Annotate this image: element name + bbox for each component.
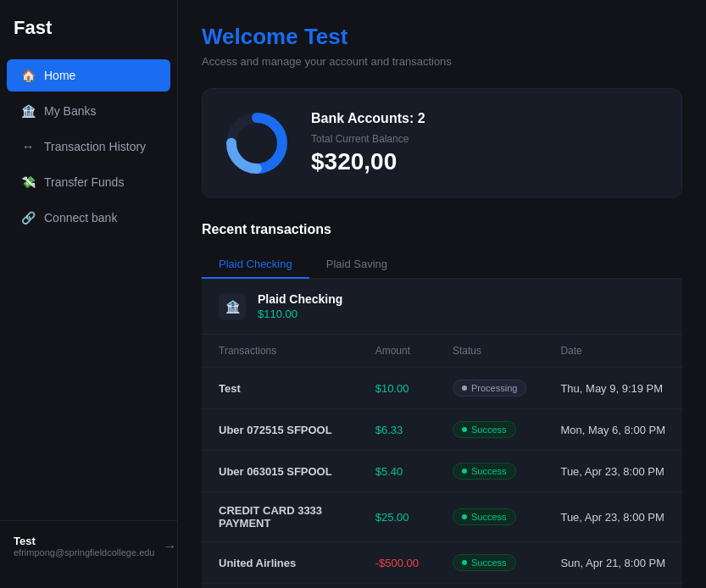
footer-user-name: Test bbox=[14, 535, 155, 547]
connect-icon: 🔗 bbox=[20, 210, 36, 225]
col-transactions: Transactions bbox=[202, 335, 359, 368]
sidebar-item-transfer-funds-label: Transfer Funds bbox=[44, 175, 124, 189]
tx-amount: $5.40 bbox=[359, 451, 436, 492]
recent-transactions-section: Recent transactions Plaid Checking Plaid… bbox=[202, 222, 682, 588]
transactions-tbody: Test $10.00 Processing Thu, May 9, 9:19 … bbox=[202, 368, 682, 589]
logout-button[interactable]: → bbox=[164, 539, 177, 554]
sidebar-item-home[interactable]: 🏠 Home bbox=[7, 59, 170, 92]
bank-accounts-info: Bank Accounts: 2 Total Current Balance $… bbox=[311, 111, 425, 175]
col-status: Status bbox=[436, 335, 543, 368]
account-name: Plaid Checking bbox=[258, 292, 342, 306]
sidebar-footer: Test efrimpong@springfieldcollege.edu → bbox=[0, 520, 177, 571]
welcome-title: Welcome Test bbox=[202, 24, 682, 50]
tab-plaid-checking[interactable]: Plaid Checking bbox=[202, 251, 309, 279]
home-icon: 🏠 bbox=[20, 68, 36, 83]
col-amount: Amount bbox=[359, 335, 436, 368]
table-row: CREDIT CARD 3333 PAYMENT $25.00 Success … bbox=[202, 492, 682, 542]
tx-date: Mon, May 6, 8:00 PM bbox=[543, 409, 682, 451]
sidebar-item-transfer-funds[interactable]: 💸 Transfer Funds bbox=[7, 166, 170, 198]
tx-status: Success bbox=[436, 492, 543, 542]
tx-name: United Airlines bbox=[202, 542, 359, 584]
tx-status: Success bbox=[436, 584, 543, 589]
tx-amount: -$500.00 bbox=[359, 542, 436, 584]
tx-status: Success bbox=[436, 542, 543, 584]
tx-date: Sun, Apr 21, 8:00 PM bbox=[543, 542, 682, 584]
footer-user-email: efrimpong@springfieldcollege.edu bbox=[14, 547, 155, 557]
account-icon: 🏦 bbox=[219, 293, 246, 320]
tx-status: Success bbox=[436, 451, 543, 492]
table-row: McDonalds $12.00 Success Sat, Apr 20, 8:… bbox=[202, 584, 682, 589]
welcome-name: Test bbox=[304, 24, 348, 49]
table-row: Uber 063015 SFPOOL $5.40 Success Tue, Ap… bbox=[202, 451, 682, 492]
table-header-row: Transactions Amount Status Date bbox=[202, 335, 682, 368]
tx-amount: $6.33 bbox=[359, 409, 436, 451]
sidebar-item-transaction-history[interactable]: ↔ Transaction History bbox=[7, 130, 170, 163]
account-details: Plaid Checking $110.00 bbox=[258, 292, 342, 320]
sidebar-item-connect-bank[interactable]: 🔗 Connect bank bbox=[7, 202, 170, 234]
history-icon: ↔ bbox=[20, 139, 36, 154]
sidebar-item-transaction-history-label: Transaction History bbox=[44, 140, 146, 153]
tx-date: Tue, Apr 23, 8:00 PM bbox=[543, 492, 682, 542]
account-tabs: Plaid Checking Plaid Saving bbox=[202, 251, 682, 279]
tx-name: Uber 063015 SFPOOL bbox=[202, 451, 359, 492]
tx-name: Uber 072515 SFPOOL bbox=[202, 409, 359, 451]
transactions-table: Transactions Amount Status Date Test $10… bbox=[202, 335, 682, 588]
total-balance: $320,00 bbox=[311, 148, 425, 175]
welcome-header: Welcome Test Access and manage your acco… bbox=[202, 24, 682, 68]
footer-user-info: Test efrimpong@springfieldcollege.edu bbox=[14, 535, 155, 557]
sidebar-item-my-banks-label: My Banks bbox=[44, 104, 96, 118]
donut-chart bbox=[223, 109, 291, 177]
table-header: Transactions Amount Status Date bbox=[202, 335, 682, 368]
bank-icon: 🏦 bbox=[20, 103, 36, 119]
sidebar: Fast 🏠 Home 🏦 My Banks ↔ Transaction His… bbox=[0, 0, 178, 588]
sidebar-item-home-label: Home bbox=[44, 69, 75, 82]
sidebar-nav: 🏠 Home 🏦 My Banks ↔ Transaction History … bbox=[0, 59, 177, 520]
tx-name: CREDIT CARD 3333 PAYMENT bbox=[202, 492, 359, 542]
bank-accounts-title: Bank Accounts: 2 bbox=[311, 111, 425, 126]
sidebar-item-my-banks[interactable]: 🏦 My Banks bbox=[7, 95, 170, 127]
app-logo: Fast bbox=[0, 17, 177, 59]
table-row: Uber 072515 SFPOOL $6.33 Success Mon, Ma… bbox=[202, 409, 682, 451]
sidebar-item-connect-bank-label: Connect bank bbox=[44, 211, 117, 225]
main-content: Welcome Test Access and manage your acco… bbox=[178, 0, 706, 588]
bank-accounts-card: Bank Accounts: 2 Total Current Balance $… bbox=[202, 88, 682, 198]
table-row: United Airlines -$500.00 Success Sun, Ap… bbox=[202, 542, 682, 584]
tx-name: Test bbox=[202, 368, 359, 409]
tx-status: Success bbox=[436, 409, 543, 451]
tx-date: Tue, Apr 23, 8:00 PM bbox=[543, 451, 682, 492]
account-balance: $110.00 bbox=[258, 308, 342, 320]
welcome-static: Welcome bbox=[202, 24, 304, 49]
transfer-icon: 💸 bbox=[20, 175, 36, 190]
tx-amount: $10.00 bbox=[359, 368, 436, 409]
tx-amount: $12.00 bbox=[359, 584, 436, 589]
tab-plaid-saving[interactable]: Plaid Saving bbox=[309, 251, 404, 279]
tx-name: McDonalds bbox=[202, 584, 359, 589]
tx-amount: $25.00 bbox=[359, 492, 436, 542]
balance-label: Total Current Balance bbox=[311, 133, 425, 145]
tx-date: Thu, May 9, 9:19 PM bbox=[543, 368, 682, 409]
recent-transactions-title: Recent transactions bbox=[202, 222, 682, 237]
table-row: Test $10.00 Processing Thu, May 9, 9:19 … bbox=[202, 368, 682, 409]
col-date: Date bbox=[543, 335, 682, 368]
account-row: 🏦 Plaid Checking $110.00 bbox=[202, 279, 682, 335]
welcome-subtitle: Access and manage your account and trans… bbox=[202, 55, 682, 68]
tx-status: Processing bbox=[436, 368, 543, 409]
tx-date: Sat, Apr 20, 8:00 PM bbox=[543, 584, 682, 589]
